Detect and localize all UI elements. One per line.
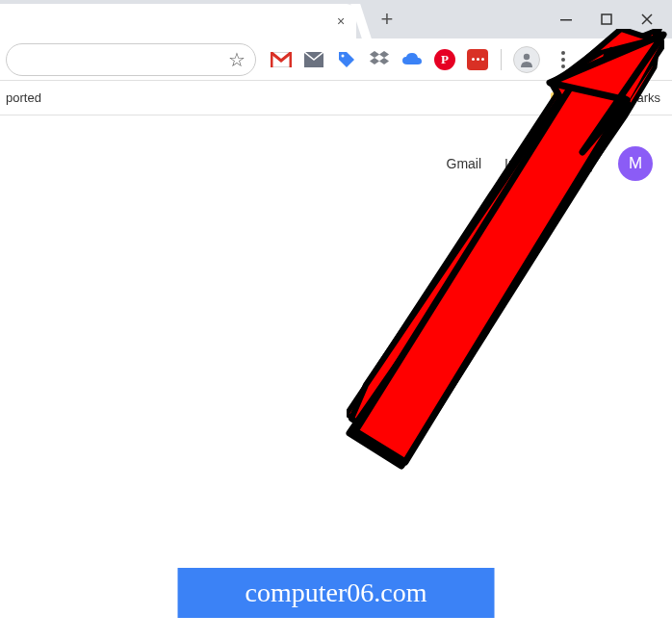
separator (501, 49, 502, 70)
pinterest-letter: P (441, 52, 449, 67)
maximize-button[interactable] (595, 8, 618, 31)
gmail-icon[interactable] (270, 48, 293, 71)
svg-rect-0 (560, 19, 572, 21)
browser-tab[interactable]: × (0, 4, 356, 38)
svg-point-9 (524, 53, 530, 59)
gmail-link[interactable]: Gmail (447, 156, 482, 171)
google-apps-icon[interactable] (572, 152, 595, 175)
ntp-links: Gmail Images M (447, 146, 653, 181)
window-controls (541, 0, 672, 38)
other-bookmarks[interactable]: arks (598, 90, 666, 105)
pricetag-icon[interactable] (335, 48, 358, 71)
lastpass-icon[interactable] (466, 48, 489, 71)
svg-rect-6 (290, 52, 293, 67)
extensions-row: P (256, 46, 666, 73)
minimize-button[interactable] (555, 8, 578, 31)
bookmark-star-icon[interactable]: ☆ (228, 48, 246, 71)
new-tab-button[interactable]: + (374, 6, 401, 33)
imported-label[interactable]: ported (6, 90, 545, 105)
other-bookmarks-label: arks (636, 90, 660, 105)
profile-button[interactable] (513, 46, 540, 73)
close-window-button[interactable] (635, 8, 659, 31)
svg-point-12 (561, 64, 565, 68)
tab-strip: × + (0, 0, 672, 38)
page-content: Gmail Images M (0, 115, 672, 641)
mail-checker-icon[interactable] (302, 48, 325, 71)
account-avatar[interactable]: M (618, 146, 653, 181)
dropbox-icon[interactable] (368, 48, 391, 71)
svg-rect-5 (271, 52, 273, 67)
cloud-icon[interactable] (401, 48, 424, 71)
svg-point-11 (561, 58, 565, 62)
toolbar: ☆ (0, 38, 672, 81)
close-tab-icon[interactable]: × (333, 13, 349, 29)
chrome-menu-button[interactable] (552, 48, 575, 71)
pinterest-icon[interactable]: P (433, 48, 456, 71)
folder-icon (551, 92, 566, 104)
bookmarks-bar: ported O… arks (0, 81, 672, 115)
address-bar[interactable]: ☆ (6, 43, 256, 76)
folder-label-partial: O… (570, 90, 592, 105)
svg-point-10 (561, 51, 565, 55)
svg-point-8 (342, 54, 345, 57)
bookmark-folder[interactable]: O… (545, 90, 598, 105)
watermark: computer06.com (178, 568, 495, 618)
images-link[interactable]: Images (504, 156, 549, 171)
svg-rect-1 (602, 14, 611, 24)
